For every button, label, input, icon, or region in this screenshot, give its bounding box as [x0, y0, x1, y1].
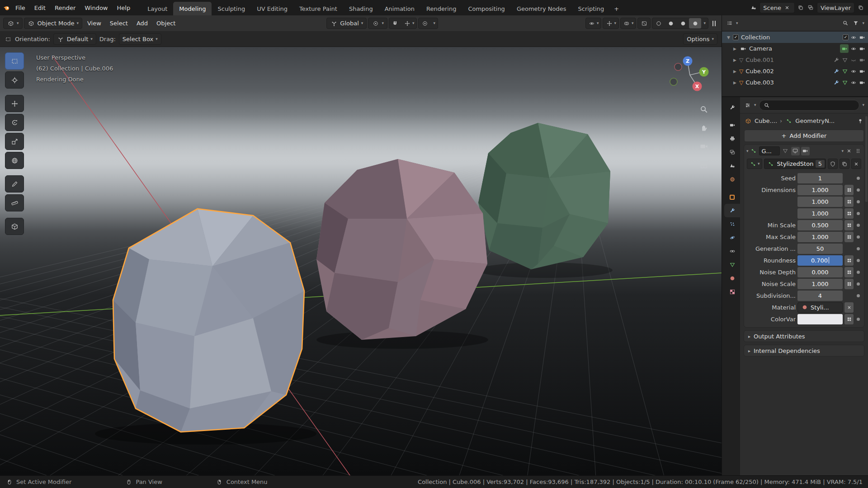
mesh-data-icon[interactable]	[841, 67, 849, 75]
decorator-dot[interactable]	[855, 318, 861, 321]
xray-toggle[interactable]	[638, 18, 650, 28]
decorator-dot[interactable]	[855, 200, 861, 203]
attribute-toggle-icon[interactable]	[844, 220, 854, 230]
seed-value-field[interactable]: 1	[797, 173, 843, 183]
add-modifier-button[interactable]: + Add Modifier	[744, 130, 864, 142]
show-gizmo-toggle[interactable]: ▾	[603, 18, 618, 28]
exclude-checkbox[interactable]: ✓	[843, 34, 849, 40]
properties-scrollbar[interactable]	[865, 116, 868, 202]
colorvar-swatch-field[interactable]	[797, 314, 843, 324]
rotate-tool-button[interactable]	[5, 114, 24, 131]
outliner-editor-icon[interactable]	[726, 19, 733, 27]
eye-icon[interactable]	[849, 67, 857, 75]
tab-constraints[interactable]	[724, 244, 740, 258]
scene-browse-icon[interactable]	[750, 4, 757, 12]
show-overlays-toggle[interactable]: ▾	[621, 18, 636, 28]
shading-material-button[interactable]	[677, 18, 689, 28]
decorator-dot[interactable]	[855, 224, 861, 227]
menu-view[interactable]: View	[84, 18, 105, 28]
decorator-dot[interactable]	[855, 271, 861, 274]
collection-checkbox[interactable]: ✓	[733, 34, 739, 40]
outliner-row-cube-001[interactable]: ▶ ▽ Cube.001	[722, 54, 868, 66]
tab-shading[interactable]: Shading	[343, 2, 379, 15]
subdivision-field[interactable]: 4	[797, 291, 843, 301]
tab-texture[interactable]	[724, 285, 740, 299]
attribute-toggle-icon[interactable]	[844, 255, 854, 266]
render-camera-icon[interactable]	[858, 56, 866, 64]
tab-sculpting[interactable]: Sculpting	[212, 2, 251, 15]
move-tool-button[interactable]	[5, 95, 24, 112]
modifier-close-icon[interactable]	[845, 147, 853, 155]
eye-closed-icon[interactable]	[849, 56, 857, 64]
drag-setting-dropdown[interactable]: Select Box ▾	[119, 33, 161, 45]
disclosure-closed-icon[interactable]: ▶	[732, 69, 738, 74]
mesh-data-icon[interactable]	[841, 79, 849, 86]
new-scene-icon[interactable]	[797, 4, 805, 12]
attribute-toggle-icon[interactable]	[844, 279, 854, 289]
outliner-row-camera[interactable]: ▶ Camera	[722, 43, 868, 54]
tab-physics[interactable]	[724, 231, 740, 244]
noise-depth-field[interactable]: 0.000	[797, 267, 843, 277]
gizmo-axis-negx[interactable]	[675, 63, 682, 70]
tab-rendering[interactable]: Rendering	[420, 2, 462, 15]
editor-type-selector[interactable]: ▾	[3, 18, 23, 29]
node-group-name-field[interactable]: StylizedStone 5	[764, 159, 826, 169]
viewport-3d[interactable]: Z Y X User Perspective (62) Collection |…	[0, 47, 722, 475]
tab-texture-paint[interactable]: Texture Paint	[293, 2, 343, 15]
fake-user-shield-button[interactable]	[828, 159, 838, 169]
decorator-dot[interactable]	[855, 259, 861, 262]
tab-view-layer[interactable]	[724, 145, 740, 159]
shading-settings-dropdown[interactable]: ▾	[701, 18, 708, 28]
menu-object[interactable]: Object	[153, 18, 179, 28]
shading-wireframe-button[interactable]	[652, 18, 665, 28]
pause-render-button[interactable]	[710, 21, 718, 26]
menu-window[interactable]: Window	[80, 3, 112, 13]
tab-compositing[interactable]: Compositing	[462, 2, 511, 15]
attribute-toggle-icon[interactable]	[844, 208, 854, 219]
modifier-panel-header[interactable]: ▾ G... ▾	[744, 145, 864, 157]
outliner-row-cube-003[interactable]: ▶ ▽ Cube.003	[722, 77, 868, 88]
tab-geometry-nodes[interactable]: Geometry Nodes	[511, 2, 572, 15]
disclosure-closed-icon[interactable]: ▶	[732, 47, 738, 51]
blender-logo-icon[interactable]	[3, 4, 10, 12]
snap-toggle[interactable]	[389, 18, 401, 28]
disclosure-open-icon[interactable]: ▼	[726, 35, 731, 40]
dimensions-y-field[interactable]: 1.000	[797, 197, 843, 207]
tab-object-data[interactable]	[724, 258, 740, 272]
decorator-dot[interactable]	[855, 282, 861, 286]
tab-scripting[interactable]: Scripting	[572, 2, 610, 15]
dimensions-x-field[interactable]: 1.000	[797, 185, 843, 195]
menu-help[interactable]: Help	[113, 3, 135, 13]
mesh-data-icon[interactable]	[841, 56, 849, 64]
eye-icon[interactable]	[849, 45, 857, 52]
decorator-dot[interactable]	[855, 294, 861, 297]
browse-node-group-button[interactable]: ▾	[747, 159, 762, 169]
scene-unlink-icon[interactable]	[783, 4, 791, 12]
gizmo-axis-negy[interactable]	[670, 78, 677, 85]
eye-icon[interactable]	[849, 33, 857, 41]
outliner-row-collection[interactable]: ▼ ✓ Collection ✓	[722, 32, 868, 43]
attribute-toggle-icon[interactable]	[844, 185, 854, 195]
mode-selector[interactable]: Object Mode ▾	[24, 18, 82, 29]
proportional-falloff-dropdown[interactable]: ▾	[431, 18, 438, 28]
shading-rendered-button[interactable]	[689, 18, 701, 28]
pivot-point-selector[interactable]: ▾	[368, 18, 387, 29]
render-camera-icon[interactable]	[858, 33, 866, 41]
properties-editor-icon[interactable]	[744, 101, 751, 109]
render-camera-icon[interactable]	[858, 79, 866, 86]
properties-search-input[interactable]	[759, 100, 860, 111]
internal-dependencies-panel[interactable]: ▸ Internal Dependencies	[744, 345, 864, 357]
min-scale-field[interactable]: 0.500	[797, 220, 843, 230]
search-icon[interactable]	[841, 19, 849, 27]
material-unlink-button[interactable]	[844, 302, 854, 313]
transform-tool-button[interactable]	[5, 152, 24, 169]
stone-object-left-selected[interactable]	[113, 209, 304, 432]
tab-tool[interactable]	[724, 101, 740, 114]
render-camera-icon[interactable]	[858, 67, 866, 75]
disclosure-closed-icon[interactable]: ▶	[732, 58, 738, 62]
node-group-users-count[interactable]: 5	[816, 160, 825, 168]
render-display-toggle[interactable]	[801, 147, 810, 155]
tab-modeling[interactable]: Modeling	[173, 2, 212, 15]
max-scale-field[interactable]: 1.000	[797, 232, 843, 242]
box-select-tool-button[interactable]	[5, 52, 24, 70]
